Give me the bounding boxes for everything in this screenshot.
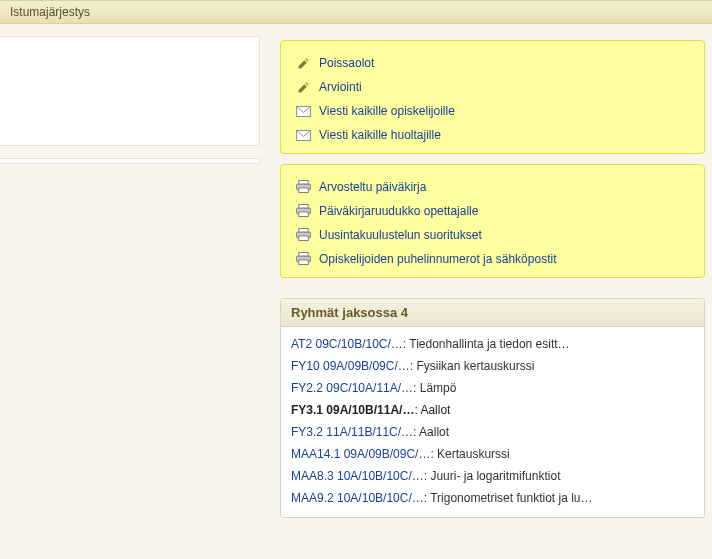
group-code-link[interactable]: AT2 09C/10B/10C/… (291, 337, 403, 351)
action-print-link[interactable]: Päiväkirjaruudukko opettajalle (319, 204, 478, 218)
groups-panel-body: AT2 09C/10B/10C/…: Tiedonhallinta ja tie… (281, 327, 704, 517)
topbar-title: Istumajärjestys (10, 5, 90, 19)
action-edit-row: Poissaolot (295, 51, 690, 75)
svg-rect-5 (298, 204, 307, 208)
action-print-link[interactable]: Arvosteltu päiväkirja (319, 180, 426, 194)
actions-box-edit: PoissaolotArviointiViesti kaikille opisk… (280, 40, 705, 154)
mail-icon (295, 104, 311, 118)
group-code-link[interactable]: MAA9.2 10A/10B/10C/… (291, 491, 424, 505)
action-edit-link[interactable]: Viesti kaikille huoltajille (319, 128, 441, 142)
action-print-link[interactable]: Uusintakuulustelun suoritukset (319, 228, 482, 242)
svg-rect-13 (298, 260, 307, 265)
group-code-link[interactable]: MAA8.3 10A/10B/10C/… (291, 469, 424, 483)
print-icon (295, 252, 311, 266)
svg-rect-4 (298, 188, 307, 193)
group-code-link[interactable]: FY10 09A/09B/09C/… (291, 359, 410, 373)
action-edit-row: Viesti kaikille huoltajille (295, 123, 690, 147)
group-row: FY3.2 11A/11B/11C/…: Aallot (291, 421, 694, 443)
actions-box-print: Arvosteltu päiväkirjaPäiväkirjaruudukko … (280, 164, 705, 278)
group-desc: Fysiikan kertauskurssi (416, 359, 534, 373)
group-row: FY10 09A/09B/09C/…: Fysiikan kertauskurs… (291, 355, 694, 377)
pencil-icon (295, 80, 311, 94)
action-print-row: Päiväkirjaruudukko opettajalle (295, 199, 690, 223)
group-row: MAA8.3 10A/10B/10C/…: Juuri- ja logaritm… (291, 465, 694, 487)
group-desc: Juuri- ja logaritmifunktiot (430, 469, 560, 483)
action-print-link[interactable]: Opiskelijoiden puhelinnumerot ja sähköpo… (319, 252, 556, 266)
action-edit-row: Viesti kaikille opiskelijoille (295, 99, 690, 123)
group-row: MAA14.1 09A/09B/09C/…: Kertauskurssi (291, 443, 694, 465)
mail-icon (295, 128, 311, 142)
group-desc: Aallot (420, 403, 450, 417)
print-icon (295, 180, 311, 194)
print-icon (295, 228, 311, 242)
svg-rect-10 (298, 236, 307, 241)
group-row: AT2 09C/10B/10C/…: Tiedonhallinta ja tie… (291, 333, 694, 355)
left-box-2 (0, 158, 260, 164)
group-code-link[interactable]: MAA14.1 09A/09B/09C/… (291, 447, 430, 461)
print-icon (295, 204, 311, 218)
group-desc: Aallot (419, 425, 449, 439)
action-edit-link[interactable]: Viesti kaikille opiskelijoille (319, 104, 455, 118)
group-code-link[interactable]: FY2.2 09C/10A/11A/… (291, 381, 413, 395)
group-code-link[interactable]: FY3.2 11A/11B/11C/… (291, 425, 413, 439)
group-desc: Trigonometriset funktiot ja lu… (430, 491, 592, 505)
left-box-1 (0, 36, 260, 146)
group-row: MAA9.2 10A/10B/10C/…: Trigonometriset fu… (291, 487, 694, 509)
group-desc: Kertauskurssi (437, 447, 510, 461)
group-desc: Lämpö (420, 381, 457, 395)
group-code-link[interactable]: FY3.1 09A/10B/11A/… (291, 403, 414, 417)
group-row: FY2.2 09C/10A/11A/…: Lämpö (291, 377, 694, 399)
left-column (0, 36, 260, 164)
svg-rect-2 (298, 180, 307, 184)
action-print-row: Arvosteltu päiväkirja (295, 175, 690, 199)
action-edit-link[interactable]: Poissaolot (319, 56, 374, 70)
action-edit-row: Arviointi (295, 75, 690, 99)
pencil-icon (295, 56, 311, 70)
right-column: PoissaolotArviointiViesti kaikille opisk… (280, 40, 705, 518)
group-row: FY3.1 09A/10B/11A/…: Aallot (291, 399, 694, 421)
svg-rect-8 (298, 228, 307, 232)
groups-panel-title: Ryhmät jaksossa 4 (281, 299, 704, 327)
action-print-row: Opiskelijoiden puhelinnumerot ja sähköpo… (295, 247, 690, 271)
group-desc: Tiedonhallinta ja tiedon esitt… (409, 337, 569, 351)
action-print-row: Uusintakuulustelun suoritukset (295, 223, 690, 247)
svg-rect-7 (298, 212, 307, 217)
topbar: Istumajärjestys (0, 0, 712, 24)
groups-panel: Ryhmät jaksossa 4 AT2 09C/10B/10C/…: Tie… (280, 298, 705, 518)
action-edit-link[interactable]: Arviointi (319, 80, 362, 94)
svg-rect-11 (298, 252, 307, 256)
